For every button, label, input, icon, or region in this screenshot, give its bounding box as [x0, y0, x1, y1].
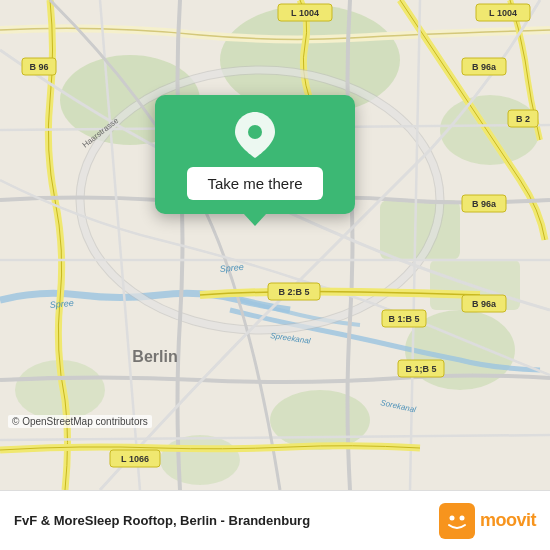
svg-text:L 1004: L 1004 [291, 8, 319, 18]
svg-text:B 1;B 5: B 1;B 5 [405, 364, 436, 374]
svg-point-43 [459, 515, 464, 520]
svg-rect-3 [380, 200, 460, 260]
moovit-brand-icon [439, 503, 475, 539]
svg-rect-41 [439, 503, 475, 539]
svg-text:L 1066: L 1066 [121, 454, 149, 464]
moovit-text: moovit [480, 510, 536, 531]
svg-text:B 1:B 5: B 1:B 5 [388, 314, 419, 324]
svg-text:Berlin: Berlin [132, 348, 177, 365]
svg-text:B 96a: B 96a [472, 62, 497, 72]
place-info: FvF & MoreSleep Rooftop, Berlin - Brande… [14, 513, 310, 528]
svg-text:Spree: Spree [219, 262, 244, 274]
svg-text:Spree: Spree [49, 298, 74, 310]
svg-text:B 2:B 5: B 2:B 5 [278, 287, 309, 297]
popup-card: Take me there [155, 95, 355, 214]
take-me-there-button[interactable]: Take me there [187, 167, 322, 200]
map-container: L 1004 B 96 L 1004 B 96a B 2 B 96a B 96a… [0, 0, 550, 490]
svg-text:B 2: B 2 [516, 114, 530, 124]
svg-point-42 [449, 515, 454, 520]
moovit-logo: moovit [439, 503, 536, 539]
svg-point-7 [160, 435, 240, 485]
svg-text:B 96a: B 96a [472, 299, 497, 309]
svg-point-40 [248, 125, 262, 139]
osm-credit: © OpenStreetMap contributors [8, 415, 152, 428]
place-name: FvF & MoreSleep Rooftop, Berlin - Brande… [14, 513, 310, 528]
svg-text:B 96a: B 96a [472, 199, 497, 209]
svg-text:B 96: B 96 [29, 62, 48, 72]
bottom-bar: FvF & MoreSleep Rooftop, Berlin - Brande… [0, 490, 550, 550]
location-pin-icon [233, 113, 277, 157]
svg-text:L 1004: L 1004 [489, 8, 517, 18]
svg-point-5 [270, 390, 370, 450]
